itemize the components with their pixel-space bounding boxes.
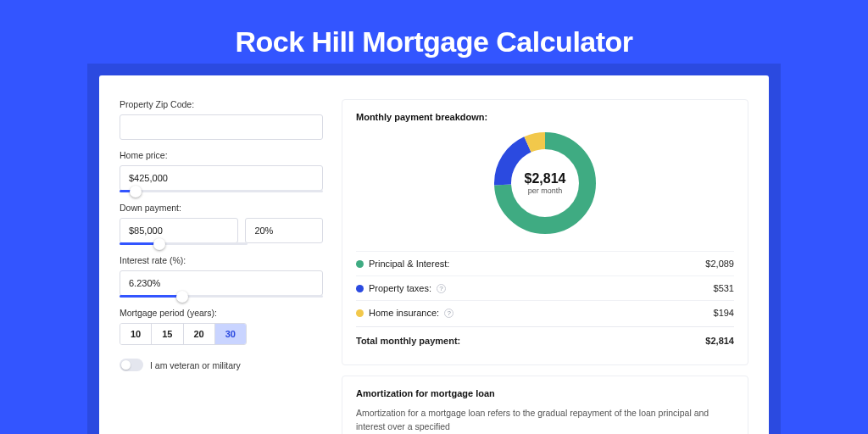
zip-input[interactable]: [120, 114, 323, 140]
veteran-toggle[interactable]: [120, 359, 143, 371]
item-label: Principal & Interest:: [369, 259, 449, 269]
dot-icon: [356, 285, 364, 292]
form-panel: Property Zip Code: Home price: Down paym…: [120, 99, 323, 434]
info-icon[interactable]: ?: [444, 309, 453, 318]
veteran-label: I am veteran or military: [150, 360, 241, 370]
down-payment-pct-input[interactable]: [245, 218, 323, 243]
stage: Property Zip Code: Home price: Down paym…: [99, 75, 769, 434]
breakdown-item-principal: Principal & Interest: $2,089: [356, 251, 734, 275]
item-value: $194: [714, 308, 734, 318]
home-price-label: Home price:: [120, 150, 323, 160]
rate-slider[interactable]: [120, 295, 323, 298]
period-option-15[interactable]: 15: [152, 324, 183, 344]
toggle-knob: [121, 360, 131, 370]
calculator-card: Property Zip Code: Home price: Down paym…: [99, 75, 769, 434]
donut-total: $2,814: [525, 171, 566, 186]
period-option-30[interactable]: 30: [215, 324, 246, 344]
home-price-slider[interactable]: [120, 190, 323, 192]
home-price-input[interactable]: [120, 165, 323, 191]
card-shadow-top: [87, 64, 781, 75]
breakdown-total-row: Total monthly payment: $2,814: [356, 326, 734, 353]
period-option-20[interactable]: 20: [184, 324, 215, 344]
veteran-toggle-row: I am veteran or military: [120, 359, 323, 371]
zip-label: Property Zip Code:: [120, 99, 323, 109]
slider-thumb[interactable]: [153, 238, 165, 250]
home-price-field: Home price:: [120, 150, 323, 192]
total-value: $2,814: [705, 336, 734, 346]
donut-chart: $2,814 per month: [492, 131, 598, 236]
donut-center: $2,814 per month: [492, 131, 598, 236]
amort-body: Amortization for a mortgage loan refers …: [356, 407, 734, 434]
rate-input[interactable]: [120, 270, 323, 296]
page-title: Rock Hill Mortgage Calculator: [0, 25, 868, 58]
period-option-10[interactable]: 10: [120, 324, 152, 344]
item-value: $2,089: [705, 259, 734, 269]
down-payment-slider[interactable]: [120, 242, 248, 245]
amort-heading: Amortization for mortgage loan: [356, 388, 734, 398]
total-label: Total monthly payment:: [356, 336, 460, 346]
zip-field: Property Zip Code:: [120, 99, 323, 140]
down-payment-input[interactable]: [120, 218, 238, 243]
breakdown-item-insurance: Home insurance: ? $194: [356, 300, 734, 325]
period-group: 10 15 20 30: [120, 323, 247, 345]
amortization-section: Amortization for mortgage loan Amortizat…: [342, 376, 748, 434]
item-left: Property taxes: ?: [356, 283, 446, 293]
dot-icon: [356, 309, 364, 317]
period-field: Mortgage period (years): 10 15 20 30: [120, 308, 323, 345]
item-left: Principal & Interest:: [356, 259, 449, 269]
breakdown-item-taxes: Property taxes: ? $531: [356, 275, 734, 300]
slider-thumb[interactable]: [130, 186, 142, 198]
period-label: Mortgage period (years):: [120, 308, 323, 318]
down-payment-label: Down payment:: [120, 203, 323, 213]
breakdown-section: Monthly payment breakdown: $2,814 per mo…: [342, 99, 748, 365]
down-payment-field: Down payment:: [120, 203, 323, 245]
results-panel: Monthly payment breakdown: $2,814 per mo…: [342, 99, 748, 434]
rate-label: Interest rate (%):: [120, 255, 323, 265]
donut-wrap: $2,814 per month: [356, 131, 734, 236]
card-shadow-left: [87, 64, 99, 434]
down-payment-row: [120, 218, 323, 243]
info-icon[interactable]: ?: [437, 284, 446, 293]
dot-icon: [356, 260, 364, 268]
slider-fill: [120, 295, 182, 298]
item-label: Home insurance:: [369, 308, 439, 318]
slider-thumb[interactable]: [176, 291, 188, 303]
rate-field: Interest rate (%):: [120, 255, 323, 298]
donut-sub: per month: [528, 186, 563, 195]
item-left: Home insurance: ?: [356, 308, 453, 318]
item-value: $531: [714, 283, 734, 293]
item-label: Property taxes:: [369, 283, 431, 293]
breakdown-heading: Monthly payment breakdown:: [356, 112, 734, 122]
card-shadow-right: [769, 64, 781, 434]
